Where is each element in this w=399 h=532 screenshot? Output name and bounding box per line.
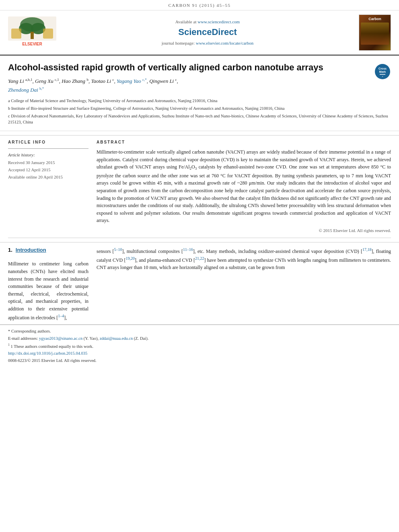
affiliation-a: a College of Material Science and Techno… [8,98,391,104]
cover-title: Carbon [368,16,381,22]
svg-rect-6 [43,29,53,39]
author-zhendong-dai: Zhendong Dai b,* [8,87,44,93]
author-hao-zhang: Hao Zhang b [62,78,88,84]
footnote-equal: 1 1 These authors contributed equally to… [8,343,391,349]
header-area: ELSEVIER Available at www.sciencedirect.… [0,10,399,55]
svg-text:ELSEVIER: ELSEVIER [22,42,42,46]
svg-rect-4 [31,32,34,39]
carbon-cover: Carbon [359,14,391,51]
footnote-corresponding: * Corresponding authors. [8,328,391,335]
elsevier-logo: ELSEVIER [8,16,56,49]
page: CARBON 91 (2015) 45–55 ELSEVIER [0,0,399,532]
crossmark[interactable]: Cross Mark ✓ [375,64,391,80]
footnotes: * Corresponding authors. E-mail addresse… [0,325,399,366]
abstract-header: ABSTRACT [97,140,391,145]
affiliation-b: b Institute of Bio-inspired Structure an… [8,105,391,112]
divider-1 [0,135,399,136]
ref-19-20[interactable]: 19,20 [126,256,135,261]
intro-right: sensors [5–10], multifunctional composit… [97,246,391,321]
intro-left: 1. Introduction Millimeter to centimeter… [8,246,88,321]
article-info-header: ARTICLE INFO [8,140,88,145]
intro-right-text: sensors [5–10], multifunctional composit… [97,246,391,271]
ref-5-10[interactable]: 5–10 [114,247,122,252]
author-geng-xu: Geng Xu c,1 [35,78,59,84]
introduction-section: 1. Introduction Millimeter to centimeter… [0,242,399,321]
article-info: ARTICLE INFO Article history: Received 3… [8,140,88,234]
ref-21-22[interactable]: 21,22 [195,256,204,261]
authors: Yang Li a,b,1, Geng Xu c,1, Hao Zhang b,… [8,77,391,94]
available-text: Available at www.sciencedirect.com [60,19,355,25]
affiliations: a College of Material Science and Techno… [8,98,391,125]
svg-text:Cross: Cross [378,67,387,70]
ref-17-18[interactable]: 17,18 [362,247,372,252]
author-qingwen-li: Qingwen Li c [149,78,177,84]
section-title: Introduction [16,246,46,254]
available-url[interactable]: www.sciencedirect.com [197,19,240,24]
cover-image [361,23,389,45]
divider-2 [8,238,391,238]
journal-homepage-url[interactable]: www.elsevier.com/locate/carbon [196,41,253,45]
svg-text:Mark: Mark [379,70,386,73]
journal-bar: CARBON 91 (2015) 45–55 [0,0,399,10]
sciencedirect-logo: ScienceDirect [60,26,355,39]
accepted-date: Accepted 12 April 2015 [8,167,88,173]
author-taotao-li: Taotao Li c [91,78,114,84]
author-yang-li: Yang Li a,b,1 [8,78,32,84]
author-yagang-yao: Yagang Yao c,* [117,78,147,84]
footnote-emails: E-mail addresses: ygyao2013@sinano.ac.cn… [8,335,391,342]
email-yagang[interactable]: ygyao2013@sinano.ac.cn [39,336,82,341]
paper-title: Alcohol-assisted rapid growth of vertica… [8,62,391,74]
header-center: Available at www.sciencedirect.com Scien… [56,19,359,47]
available-online-date: Available online 20 April 2015 [8,174,88,180]
svg-text:✓: ✓ [382,75,383,78]
svg-rect-5 [11,29,21,39]
article-abstract-section: ARTICLE INFO Article history: Received 3… [0,140,399,234]
intro-left-text: Millimeter to centimeter long carbon nan… [8,260,88,321]
affiliation-c: c Division of Advanced Nanomaterials, Ke… [8,113,391,126]
ref-1-4[interactable]: 1–4 [58,314,64,318]
footnote-doi: http://dx.doi.org/10.1016/j.carbon.2015.… [8,350,391,357]
received-date: Received 30 January 2015 [8,160,88,166]
email-dai[interactable]: zddai@nuaa.edu.cn [100,336,133,341]
copyright: © 2015 Elsevier Ltd. All rights reserved… [97,228,391,234]
title-section: Cross Mark ✓ Alcohol-assisted rapid grow… [0,55,399,131]
abstract-section: ABSTRACT Millimeter-to-centimeter scale … [97,140,391,234]
journal-homepage: journal homepage: www.elsevier.com/locat… [60,40,355,46]
ref-11-16[interactable]: 11–16 [183,247,193,252]
abstract-text: Millimeter-to-centimeter scale verticall… [97,148,391,224]
footnote-issn: 0008-6223/© 2015 Elsevier Ltd. All right… [8,357,391,364]
article-history-label: Article history: [8,152,88,158]
doi-link[interactable]: http://dx.doi.org/10.1016/j.carbon.2015.… [8,351,87,355]
section-number: 1. [8,246,12,254]
journal-bar-text: CARBON 91 (2015) 45–55 [169,3,231,8]
